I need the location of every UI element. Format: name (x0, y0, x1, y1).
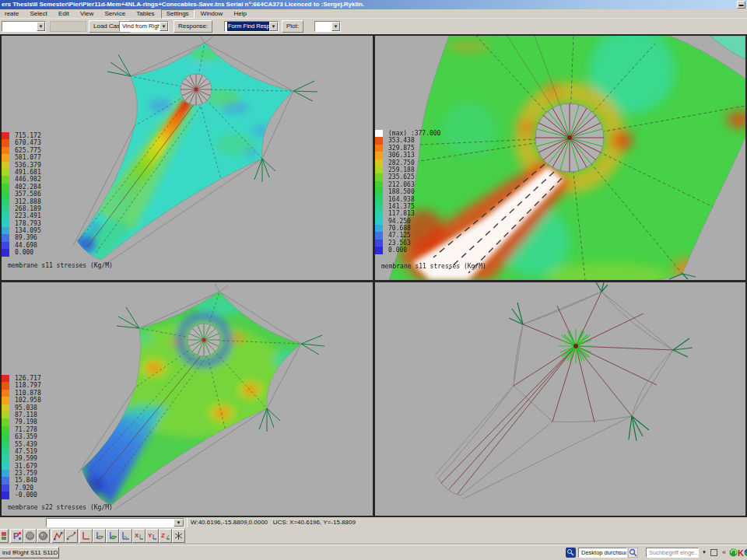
menu-item-help[interactable]: Help (230, 9, 251, 19)
legend-value: 312.888 (15, 198, 41, 205)
collapse-tray-button[interactable]: « (722, 548, 726, 558)
command-combobox[interactable]: ▼ (46, 518, 184, 527)
legend-value: 102.958 (15, 397, 41, 404)
view-z-icon[interactable]: Z (159, 529, 172, 543)
response-combobox[interactable]: Form Find Respo▼ (224, 21, 279, 32)
desktop-search-text: Desktop durchsucher (581, 549, 627, 556)
legend-color-cell (2, 212, 9, 219)
legend-value: 357.586 (15, 191, 41, 198)
desktop-search-field[interactable]: Desktop durchsucher (578, 548, 627, 558)
menu-item-view[interactable]: View (75, 9, 98, 19)
chevron-down-icon[interactable]: ▼ (331, 22, 340, 31)
legend-value: (max) :377.000 (388, 130, 440, 137)
legend-row: 329.875 (375, 145, 440, 152)
legend-color-cell (375, 181, 383, 188)
menu-item-edit[interactable]: Edit (54, 9, 74, 19)
legend-color-cell (2, 426, 9, 433)
legend-color-cell (2, 234, 9, 241)
legend-color-cell (375, 166, 383, 173)
menu-item-settings[interactable]: Settings (161, 9, 195, 19)
ucs-plane-align-icon[interactable] (106, 529, 119, 543)
legend-value: 7.920 (15, 485, 33, 492)
view-axonometric-icon[interactable] (172, 529, 185, 543)
viewport-bottom-right[interactable] (375, 282, 745, 516)
legend-color-cell (2, 411, 9, 418)
unnamed-combobox[interactable]: ▼ (2, 21, 46, 32)
view-y-icon[interactable]: Y (146, 529, 159, 543)
legend-color-cell (2, 433, 9, 440)
legend-value: 141.375 (388, 203, 415, 210)
plot-combobox[interactable]: ▼ (314, 21, 341, 32)
legend-value: 223.491 (15, 212, 41, 219)
viewport-bottom-left[interactable]: 126.717 118.797 110.878 102.958 95.038 8… (2, 282, 373, 516)
legend-value: 329.875 (388, 145, 415, 152)
menu-item-window[interactable]: Window (196, 9, 227, 19)
legend-row: 353.438 (375, 137, 440, 144)
selection-filter-icon[interactable] (0, 529, 9, 543)
legend-value: 63.359 (15, 433, 37, 440)
legend-color-cell (375, 210, 383, 217)
legend-row: 94.250 (375, 218, 440, 225)
disabled-field (50, 21, 86, 32)
viewport-top-left[interactable]: 715.172 670.473 625.775 581.077 536.379 … (2, 36, 373, 280)
legend-row: 102.958 (2, 397, 41, 404)
search-term-field[interactable]: Suchbegriff einge... (646, 548, 699, 558)
legend-row: 178.793 (2, 220, 41, 227)
taskbar-app-button[interactable]: ind fRight S11 S11D S2... (0, 547, 59, 558)
view-x-icon[interactable]: X (132, 529, 146, 543)
workspace: 715.172 670.473 625.775 581.077 536.379 … (0, 34, 747, 517)
tray-globe-icon[interactable] (744, 548, 747, 558)
chevron-down-icon[interactable]: ▼ (269, 22, 278, 31)
legend-value: 95.038 (15, 404, 37, 411)
print-palette-icon[interactable]: P (10, 529, 23, 543)
legend-value: 55.439 (15, 441, 37, 448)
membrane-plot-s22-overview (2, 282, 373, 516)
legend-color-cell (2, 455, 9, 462)
shade-sphere-icon[interactable] (23, 529, 37, 543)
axis-origin-icon[interactable] (79, 529, 93, 543)
viewport-top-right[interactable]: (max) :377.000 353.438 329.875 306.313 2… (375, 36, 745, 280)
menu-item-select[interactable]: Select (25, 9, 51, 19)
legend-row: 446.982 (2, 176, 41, 183)
divider (187, 518, 188, 527)
ucs-plane-icon[interactable] (93, 529, 106, 543)
node-path-icon[interactable] (51, 529, 65, 543)
chevron-down-icon[interactable]: ▼ (37, 22, 45, 31)
legend-row: 47.519 (2, 448, 41, 455)
legend-color-cell (2, 441, 9, 448)
legend-row: 141.375 (375, 203, 440, 210)
legend-value: 402.284 (15, 184, 41, 191)
spline-points-icon[interactable] (65, 529, 78, 543)
legend-row: 71.278 (2, 426, 41, 433)
legend-color-cell (375, 203, 383, 210)
legend-row: 268.189 (2, 205, 41, 212)
menu-item-create[interactable]: reate (0, 9, 23, 19)
load-case-combobox[interactable]: Vind from Right▼ (119, 21, 169, 32)
legend-color-cell (375, 173, 383, 180)
menu-item-service[interactable]: Service (100, 9, 130, 19)
legend-color-cell (2, 169, 9, 176)
chevron-down-icon[interactable]: ▼ (702, 550, 707, 555)
membrane-wireframe (375, 282, 745, 516)
legend-row: 55.439 (2, 441, 41, 448)
magnifier-button[interactable] (628, 548, 638, 558)
desktop-search-icon[interactable] (566, 548, 576, 558)
minimize-button[interactable]: ▬ (737, 1, 745, 9)
response-label: Response: (174, 20, 212, 33)
axis-divisions-icon[interactable] (119, 529, 132, 543)
window-toggle-icon[interactable] (710, 549, 717, 556)
shade-sphere-2-icon[interactable] (37, 529, 50, 543)
legend-color-cell (2, 404, 9, 411)
legend-value: 15.840 (15, 477, 37, 484)
legend-color-cell (2, 198, 9, 205)
status-bar: ▼ W:40.6196,-15.8809,0.0000 UCS: X=40.61… (0, 517, 747, 528)
legend-value: 87.118 (15, 411, 37, 418)
plot-title: membrane s22 stresses (Kg/M) (8, 504, 113, 511)
legend-value: 715.172 (15, 132, 41, 139)
legend-row: 164.938 (375, 196, 440, 203)
menu-item-tables[interactable]: Tables (132, 9, 159, 19)
chevron-down-icon[interactable]: ▼ (160, 22, 168, 31)
legend-color-cell (375, 137, 383, 144)
legend-color-cell (2, 470, 9, 477)
chevron-down-icon[interactable]: ▼ (174, 519, 184, 527)
